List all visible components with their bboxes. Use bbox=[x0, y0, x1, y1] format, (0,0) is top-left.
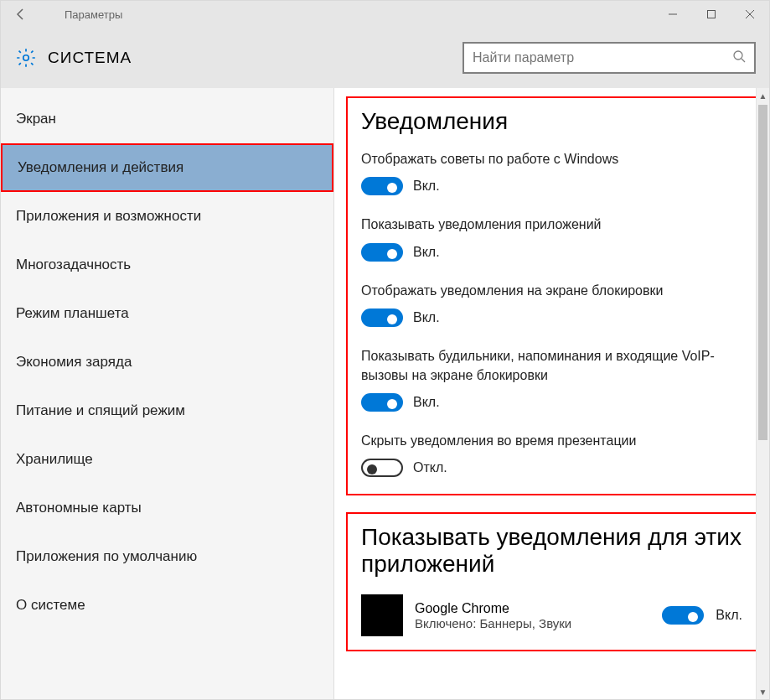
sidebar-item-multitasking[interactable]: Многозадачность bbox=[1, 241, 333, 289]
scroll-thumb[interactable] bbox=[758, 105, 767, 440]
toggle-switch[interactable] bbox=[361, 243, 403, 262]
sidebar-item-label: Хранилище bbox=[16, 451, 93, 468]
sidebar-item-label: Режим планшета bbox=[16, 305, 129, 322]
app-info: Google Chrome Включено: Баннеры, Звуки bbox=[415, 601, 650, 630]
toggle-state-text: Вкл. bbox=[413, 245, 440, 260]
setting-show-tips: Отображать советы по работе с Windows Вк… bbox=[361, 150, 742, 195]
sidebar-item-label: Автономные карты bbox=[16, 500, 142, 516]
setting-label: Отображать советы по работе с Windows bbox=[361, 150, 742, 169]
sidebar-item-apps-features[interactable]: Приложения и возможности bbox=[1, 192, 333, 241]
window-title: Параметры bbox=[65, 8, 122, 21]
content-body: Экран Уведомления и действия Приложения … bbox=[1, 88, 769, 699]
scroll-down-arrow[interactable]: ▼ bbox=[757, 684, 769, 699]
sidebar-item-default-apps[interactable]: Приложения по умолчанию bbox=[1, 532, 333, 581]
svg-point-2 bbox=[23, 55, 29, 61]
settings-window: Параметры СИСТЕМА bbox=[0, 0, 770, 700]
app-notification-row[interactable]: Google Chrome Включено: Баннеры, Звуки В… bbox=[361, 594, 742, 636]
search-box[interactable] bbox=[463, 42, 756, 74]
sidebar-item-label: Многозадачность bbox=[16, 257, 131, 273]
sidebar-item-battery-saver[interactable]: Экономия заряда bbox=[1, 338, 333, 386]
sidebar-item-notifications[interactable]: Уведомления и действия bbox=[1, 143, 333, 192]
toggle-switch[interactable] bbox=[361, 459, 403, 477]
scroll-up-arrow[interactable]: ▲ bbox=[757, 88, 769, 103]
main-content: Уведомления Отображать советы по работе … bbox=[334, 88, 769, 699]
toggle-state-text: Откл. bbox=[413, 460, 447, 475]
window-controls bbox=[654, 1, 769, 28]
app-name: Google Chrome bbox=[415, 601, 650, 616]
app-icon bbox=[361, 594, 403, 636]
header: СИСТЕМА bbox=[1, 28, 769, 88]
setting-lockscreen-notifications: Отображать уведомления на экране блокиро… bbox=[361, 282, 742, 327]
scrollbar[interactable]: ▲ ▼ bbox=[756, 88, 769, 699]
setting-label: Показывать будильники, напоминания и вхо… bbox=[361, 347, 742, 385]
titlebar: Параметры bbox=[1, 1, 769, 28]
page-title: СИСТЕМА bbox=[48, 49, 132, 67]
toggle-switch[interactable] bbox=[361, 393, 403, 412]
setting-hide-during-presentation: Скрыть уведомления во время презентации … bbox=[361, 432, 742, 477]
search-input[interactable] bbox=[473, 50, 732, 65]
sidebar: Экран Уведомления и действия Приложения … bbox=[1, 88, 334, 699]
setting-label: Скрыть уведомления во время презентации bbox=[361, 432, 742, 450]
svg-line-4 bbox=[742, 59, 745, 62]
setting-alarms-voip-lockscreen: Показывать будильники, напоминания и вхо… bbox=[361, 347, 742, 412]
toggle-state-text: Вкл. bbox=[413, 395, 440, 410]
sidebar-item-label: Экономия заряда bbox=[16, 354, 132, 371]
search-icon bbox=[732, 49, 746, 66]
minimize-button[interactable] bbox=[654, 1, 692, 28]
sidebar-item-label: Приложения по умолчанию bbox=[16, 548, 197, 565]
toggle-state-text: Вкл. bbox=[716, 608, 742, 623]
svg-point-3 bbox=[734, 51, 742, 60]
app-subtitle: Включено: Баннеры, Звуки bbox=[415, 616, 650, 630]
sidebar-item-display[interactable]: Экран bbox=[1, 95, 333, 143]
setting-label: Показывать уведомления приложений bbox=[361, 215, 742, 234]
close-button[interactable] bbox=[731, 1, 769, 28]
svg-rect-1 bbox=[708, 11, 716, 18]
sidebar-item-label: Питание и спящий режим bbox=[16, 402, 185, 419]
toggle-state-text: Вкл. bbox=[413, 310, 440, 325]
setting-show-app-notifications: Показывать уведомления приложений Вкл. bbox=[361, 215, 742, 261]
sidebar-item-label: Экран bbox=[16, 111, 56, 127]
sidebar-item-tablet-mode[interactable]: Режим планшета bbox=[1, 289, 333, 338]
back-button[interactable] bbox=[1, 8, 41, 21]
sidebar-item-storage[interactable]: Хранилище bbox=[1, 435, 333, 484]
section-title: Уведомления bbox=[361, 108, 742, 135]
notifications-section: Уведомления Отображать советы по работе … bbox=[346, 96, 757, 495]
sidebar-item-label: О системе bbox=[16, 597, 85, 614]
toggle-switch[interactable] bbox=[361, 309, 403, 327]
toggle-switch[interactable] bbox=[662, 606, 704, 625]
sidebar-item-offline-maps[interactable]: Автономные карты bbox=[1, 484, 333, 532]
sidebar-item-about[interactable]: О системе bbox=[1, 581, 333, 630]
toggle-state-text: Вкл. bbox=[413, 179, 440, 194]
toggle-switch[interactable] bbox=[361, 177, 403, 195]
maximize-button[interactable] bbox=[692, 1, 731, 28]
section-title: Показывать уведомления для этих приложен… bbox=[361, 524, 742, 578]
app-notifications-section: Показывать уведомления для этих приложен… bbox=[346, 512, 757, 651]
sidebar-item-label: Приложения и возможности bbox=[16, 208, 201, 225]
sidebar-item-label: Уведомления и действия bbox=[18, 159, 183, 176]
setting-label: Отображать уведомления на экране блокиро… bbox=[361, 282, 742, 300]
gear-icon bbox=[14, 46, 38, 70]
sidebar-item-power-sleep[interactable]: Питание и спящий режим bbox=[1, 386, 333, 435]
